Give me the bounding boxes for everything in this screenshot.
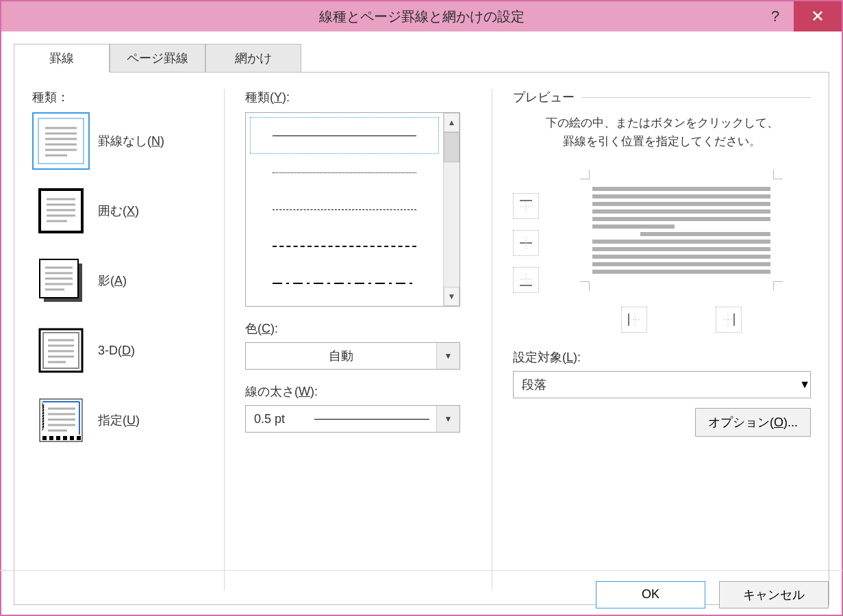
svg-rect-40 xyxy=(77,436,81,440)
preview-title-row: プレビュー xyxy=(513,89,811,105)
close-icon: ✕ xyxy=(811,7,825,26)
corner-marker xyxy=(580,170,590,179)
separator xyxy=(492,89,492,591)
line-style-dashed[interactable] xyxy=(250,228,439,265)
cancel-button[interactable]: キャンセル xyxy=(719,581,829,608)
line-style-dashdot[interactable] xyxy=(250,265,439,302)
setting-list: 罫線なし(N) 囲む(X) 影(A) xyxy=(32,112,203,449)
style-label: 種類(Y): xyxy=(245,89,471,105)
client-area: 罫線 ページ罫線 網かけ 種類： 罫線なし(N) xyxy=(1,31,842,615)
border-bottom-button[interactable] xyxy=(513,267,539,293)
preview-line xyxy=(640,232,770,236)
setting-none-icon xyxy=(32,112,90,170)
line-style-list[interactable]: ▲ ▼ xyxy=(245,112,460,307)
preview-line xyxy=(592,262,770,266)
style-column: 種類(Y): ▲ ▼ 色(C): xyxy=(245,89,471,591)
preview-line xyxy=(592,187,770,191)
separator xyxy=(224,89,225,591)
preview-line xyxy=(592,202,770,206)
tab-strip: 罫線 ページ罫線 網かけ xyxy=(14,44,829,73)
corner-marker xyxy=(773,170,783,179)
svg-rect-38 xyxy=(63,436,67,440)
scroll-up-icon[interactable]: ▲ xyxy=(444,113,460,132)
preview-line xyxy=(592,209,770,214)
options-row: オプション(O)... xyxy=(513,408,811,437)
svg-rect-35 xyxy=(42,436,47,440)
preview-line xyxy=(592,255,770,259)
svg-rect-36 xyxy=(49,436,53,440)
chevron-down-icon: ▼ xyxy=(436,406,460,432)
setting-3d-icon xyxy=(32,322,90,379)
dialog-window: 線種とページ罫線と網かけの設定 ? ✕ 罫線 ページ罫線 網かけ 種類： 罫線な xyxy=(0,0,843,616)
setting-heading: 種類： xyxy=(32,89,203,105)
close-button[interactable]: ✕ xyxy=(794,1,842,31)
setting-custom-icon xyxy=(32,392,90,449)
scroll-down-icon[interactable]: ▼ xyxy=(444,287,460,306)
line-style-dotted-fine[interactable] xyxy=(250,154,439,191)
setting-column: 種類： 罫線なし(N) 囲む(X) xyxy=(32,89,203,591)
titlebar-buttons: ? ✕ xyxy=(757,1,842,31)
setting-3d[interactable]: 3-D(D) xyxy=(32,322,203,379)
tab-shading[interactable]: 網かけ xyxy=(205,44,301,73)
setting-shadow-label: 影(A) xyxy=(98,272,127,289)
preview-line xyxy=(592,270,770,274)
preview-area xyxy=(513,167,811,293)
tab-panel: 種類： 罫線なし(N) 囲む(X) xyxy=(14,73,829,605)
preview-column: プレビュー 下の絵の中、またはボタンをクリックして、 罫線を引く位置を指定してく… xyxy=(513,89,811,591)
color-value: 自動 xyxy=(246,348,436,364)
setting-none[interactable]: 罫線なし(N) xyxy=(32,112,203,170)
setting-box-icon xyxy=(32,182,90,240)
setting-shadow[interactable]: 影(A) xyxy=(32,252,203,309)
svg-rect-39 xyxy=(70,436,74,440)
chevron-down-icon: ▼ xyxy=(436,343,460,369)
border-left-button[interactable] xyxy=(621,307,647,333)
help-button[interactable]: ? xyxy=(757,1,794,31)
window-title: 線種とページ罫線と網かけの設定 xyxy=(319,8,525,26)
titlebar: 線種とページ罫線と網かけの設定 ? ✕ xyxy=(1,1,842,31)
preview-line xyxy=(592,224,675,229)
tab-page-borders[interactable]: ページ罫線 xyxy=(110,44,205,73)
setting-custom-label: 指定(U) xyxy=(98,412,140,428)
options-button[interactable]: オプション(O)... xyxy=(695,408,811,437)
preview-bottom-buttons xyxy=(551,307,811,333)
width-value: 0.5 pt xyxy=(246,412,314,426)
setting-none-label: 罫線なし(N) xyxy=(98,133,164,149)
width-sample-line xyxy=(314,419,429,420)
apply-to-combo[interactable]: 段落 ▼ xyxy=(513,371,811,398)
setting-box[interactable]: 囲む(X) xyxy=(32,182,203,240)
line-style-dashed-fine[interactable] xyxy=(250,191,439,228)
setting-box-label: 囲む(X) xyxy=(98,203,139,219)
color-combo[interactable]: 自動 ▼ xyxy=(245,342,460,370)
ok-button[interactable]: OK xyxy=(596,581,705,608)
svg-rect-0 xyxy=(38,118,84,164)
width-combo[interactable]: 0.5 pt ▼ xyxy=(245,405,460,433)
preview-side-buttons xyxy=(513,193,539,293)
apply-to-label: 設定対象(L): xyxy=(513,349,811,365)
setting-shadow-icon xyxy=(32,252,90,309)
rule xyxy=(581,97,811,98)
preview-line xyxy=(592,247,770,251)
preview-doc[interactable] xyxy=(592,174,770,287)
tab-borders[interactable]: 罫線 xyxy=(14,44,110,73)
preview-line xyxy=(592,194,770,198)
border-inside-h-button[interactable] xyxy=(513,230,539,256)
line-style-scrollbar[interactable]: ▲ ▼ xyxy=(443,113,460,306)
preview-line xyxy=(592,240,770,244)
width-label: 線の太さ(W): xyxy=(245,383,471,400)
preview-doc-wrap xyxy=(551,167,811,293)
setting-custom[interactable]: 指定(U) xyxy=(32,392,203,449)
preview-line xyxy=(592,217,770,221)
border-right-button[interactable] xyxy=(716,307,742,333)
border-top-button[interactable] xyxy=(513,193,539,219)
line-style-solid[interactable] xyxy=(250,117,439,154)
svg-rect-37 xyxy=(56,436,60,440)
help-icon: ? xyxy=(771,8,779,25)
corner-marker xyxy=(580,281,590,291)
dialog-footer: OK キャンセル xyxy=(0,570,843,616)
corner-marker xyxy=(773,281,783,291)
setting-3d-label: 3-D(D) xyxy=(98,344,135,358)
scroll-thumb[interactable] xyxy=(444,132,460,162)
preview-title: プレビュー xyxy=(513,89,575,105)
apply-to-value: 段落 xyxy=(514,376,799,393)
preview-hint: 下の絵の中、またはボタンをクリックして、 罫線を引く位置を指定してください。 xyxy=(513,114,811,151)
